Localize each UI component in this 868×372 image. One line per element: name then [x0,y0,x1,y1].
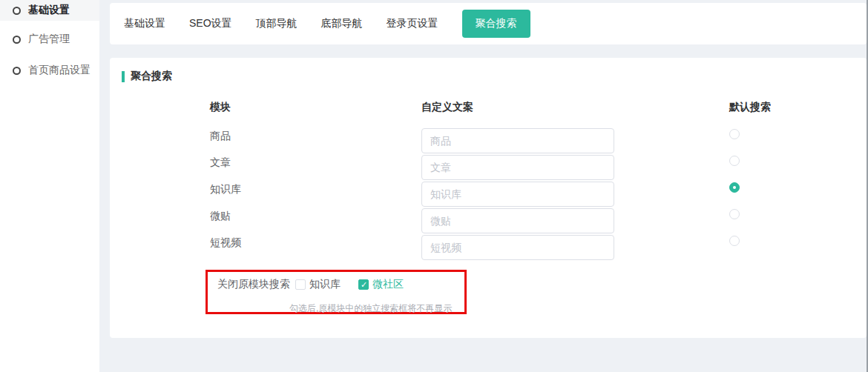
sidebar-item-label: 基础设置 [28,4,70,17]
sidebar-item-label: 首页商品设置 [28,64,91,77]
tab-basic-settings[interactable]: 基础设置 [124,17,165,30]
checkbox-icon [358,279,369,290]
circle-icon [13,67,21,75]
module-label: 微贴 [210,210,421,223]
default-search-radio[interactable] [729,129,740,139]
custom-text-input[interactable] [421,208,614,233]
checkbox-icon [295,279,306,290]
tab-login-page-settings[interactable]: 登录页设置 [387,17,438,30]
table-header-row: 模块 自定义文案 默认搜索 [210,94,774,121]
checkbox-micro-community[interactable]: 微社区 [358,278,404,291]
column-header-custom-text: 自定义文案 [421,101,729,114]
default-search-radio[interactable] [729,209,740,219]
settings-tabbar: 基础设置 SEO设置 顶部导航 底部导航 登录页设置 聚合搜索 [110,3,867,44]
table-row: 微贴 [210,208,774,235]
module-label: 商品 [210,130,421,143]
default-search-radio[interactable] [729,156,740,166]
close-module-search-label: 关闭原模块搜索 [217,278,290,291]
table-row: 短视频 [210,235,774,262]
table-row: 知识库 [210,182,774,208]
title-accent-bar-icon [122,71,125,82]
tab-seo-settings[interactable]: SEO设置 [189,17,232,30]
table-row: 文章 [210,155,774,182]
default-search-radio[interactable] [729,182,740,193]
sidebar-item-label: 广告管理 [28,33,70,46]
default-search-radio[interactable] [729,236,740,246]
custom-text-input[interactable] [421,155,614,180]
sidebar-item-home-product-settings[interactable]: 首页商品设置 [0,60,99,81]
sidebar: 基础设置 广告管理 首页商品设置 [0,0,99,372]
circle-icon [13,7,21,15]
module-label: 文章 [210,156,421,170]
module-label: 短视频 [210,236,421,250]
sidebar-item-ad-management[interactable]: 广告管理 [0,29,99,50]
module-label: 知识库 [210,183,421,196]
tab-aggregate-search[interactable]: 聚合搜索 [462,10,530,38]
aggregate-search-table: 模块 自定义文案 默认搜索 商品 文章 知识库 微贴 短视频 [210,94,774,262]
circle-icon [13,36,21,44]
column-header-module: 模块 [210,101,421,114]
custom-text-input[interactable] [421,235,614,260]
close-module-search-row: 关闭原模块搜索 知识库 微社区 [217,276,404,293]
checkbox-knowledge-base[interactable]: 知识库 [295,278,341,291]
close-module-search-hint: 勾选后,原模块中的独立搜索框将不再显示 [289,302,452,315]
sidebar-item-basic-settings[interactable]: 基础设置 [0,0,99,21]
section-title: 聚合搜索 [122,70,172,83]
tab-top-nav[interactable]: 顶部导航 [256,17,297,30]
checkbox-label: 知识库 [309,278,341,291]
table-row: 商品 [210,128,774,155]
column-header-default-search: 默认搜索 [729,101,774,114]
tab-bottom-nav[interactable]: 底部导航 [321,17,363,30]
custom-text-input[interactable] [421,128,614,153]
custom-text-input[interactable] [421,182,614,207]
section-title-text: 聚合搜索 [131,70,172,83]
main-panel: 聚合搜索 模块 自定义文案 默认搜索 商品 文章 知识库 微贴 短 [110,58,867,338]
checkbox-label: 微社区 [372,278,404,291]
